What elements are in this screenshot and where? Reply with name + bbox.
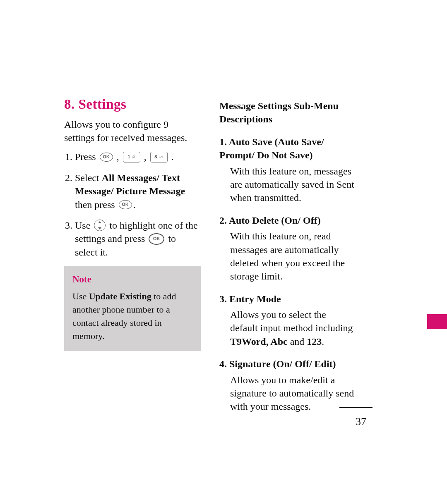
section-edge-tab	[427, 314, 447, 329]
submenu-item-3: 3. Entry Mode Allows you to select the d…	[219, 292, 356, 349]
note-body: Use Update Existing to add another phone…	[72, 290, 192, 343]
item3-text-mid: and	[288, 336, 307, 347]
keypad-1-icon: 1 @	[123, 152, 140, 162]
section-heading: 8. Settings	[64, 95, 201, 114]
note-text-a: Use	[72, 291, 89, 301]
keypad-8-icon: 8 tuv	[150, 152, 168, 162]
step2-text-a: Select	[75, 172, 102, 183]
item3-text-a: Allows you to select the default input m…	[230, 309, 353, 333]
submenu-item-2: 2. Auto Delete (On/ Off) With this featu…	[219, 214, 356, 283]
step-2: Select All Messages/ Text Message/ Pictu…	[75, 171, 201, 211]
page-number-rule-bottom	[339, 431, 372, 431]
keypad-8-digit: 8	[154, 154, 157, 160]
step1-period: .	[171, 151, 174, 162]
submenu-item-1-body: With this feature on, messages are autom…	[219, 165, 356, 205]
step1-comma-1: ,	[117, 151, 119, 162]
submenu-item-4-heading: 4. Signature (On/ Off/ Edit)	[219, 357, 356, 370]
step2-period: .	[133, 199, 136, 210]
step1-text-a: Press	[75, 151, 96, 162]
page-number: 37	[356, 414, 366, 429]
submenu-item-3-heading: 3. Entry Mode	[219, 292, 356, 306]
steps-list: Press OK , 1 @ , 8 tuv . Select All Mess…	[64, 150, 201, 259]
ok-key-icon: OK	[149, 233, 164, 245]
keypad-1-sub: @	[132, 155, 135, 159]
item3-bold-2: 123	[307, 336, 322, 347]
section-intro: Allows you to configure 9 settings for r…	[64, 118, 201, 145]
item3-text-end: .	[322, 336, 324, 347]
step3-text-a: Use	[75, 220, 93, 231]
left-column: 8. Settings Allows you to configure 9 se…	[64, 95, 201, 351]
step-1: Press OK , 1 @ , 8 tuv .	[75, 150, 201, 163]
ok-key-icon: OK	[119, 200, 132, 209]
step2-text-b: then press	[75, 199, 118, 210]
manual-page: 8. Settings Allows you to configure 9 se…	[0, 0, 447, 504]
ok-key-icon: OK	[100, 153, 113, 162]
submenu-heading: Message Settings Sub-Menu Descriptions	[219, 99, 356, 126]
page-number-rule-top	[339, 407, 372, 408]
keypad-1-digit: 1	[128, 154, 130, 160]
submenu-item-2-heading: 2. Auto Delete (On/ Off)	[219, 214, 356, 227]
submenu-item-4: 4. Signature (On/ Off/ Edit) Allows you …	[219, 357, 356, 413]
note-box: Note Use Update Existing to add another …	[64, 266, 201, 351]
submenu-item-1-heading: 1. Auto Save (Auto Save/ Prompt/ Do Not …	[219, 135, 356, 162]
item3-bold-1: T9Word, Abc	[230, 336, 288, 347]
submenu-item-4-body: Allows you to make/edit a signature to a…	[219, 373, 356, 413]
note-bold: Update Existing	[89, 291, 151, 301]
note-title: Note	[72, 273, 192, 286]
nav-key-icon	[94, 220, 106, 231]
section-number: 8.	[64, 97, 75, 112]
step1-comma-2: ,	[144, 151, 147, 162]
submenu-item-1: 1. Auto Save (Auto Save/ Prompt/ Do Not …	[219, 135, 356, 205]
section-title-text: Settings	[79, 97, 127, 112]
step-3: Use to highlight one of the settings and…	[75, 219, 201, 259]
step3-text-b: to highlight one of the settings and pre…	[75, 220, 198, 244]
right-column: Message Settings Sub-Menu Descriptions 1…	[219, 99, 356, 423]
submenu-item-3-body: Allows you to select the default input m…	[219, 308, 356, 348]
submenu-item-2-body: With this feature on, read messages are …	[219, 229, 356, 283]
keypad-8-sub: tuv	[159, 155, 163, 159]
